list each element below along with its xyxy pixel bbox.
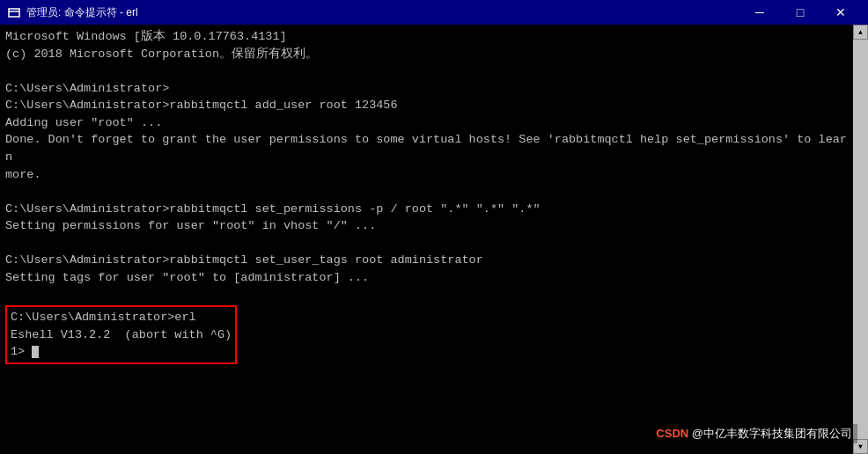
window-controls: ─ □ ✕ [739,0,861,25]
terminal-line: C:\Users\Administrator> [5,80,848,98]
cursor [32,346,39,358]
highlighted-line: Eshell V13.2.2 (abort with ^G) [11,326,232,344]
terminal-line: Setting tags for user "root" to [adminis… [5,269,848,287]
title-bar-left: 管理员: 命令提示符 - erl [7,5,138,20]
terminal-line: Setting permissions for user "root" in v… [5,217,848,235]
window-icon [7,5,21,19]
scroll-up-button[interactable]: ▲ [853,25,868,40]
highlighted-line: 1> [11,343,232,361]
maximize-button[interactable]: □ [780,0,820,25]
terminal-line: C:\Users\Administrator>rabbitmqctl add_u… [5,97,848,114]
terminal-line [5,235,848,253]
csdn-label: CSDN [656,427,688,440]
svg-rect-0 [9,9,19,17]
highlighted-line: C:\Users\Administrator>erl [11,309,232,326]
title-bar: 管理员: 命令提示符 - erl ─ □ ✕ [0,0,868,25]
terminal-line [5,62,848,80]
title-text: 管理员: 命令提示符 - erl [26,5,138,20]
scroll-track[interactable] [853,40,868,439]
terminal-line: more. [5,166,848,184]
terminal-line: Microsoft Windows [版本 10.0.17763.4131] [5,28,848,46]
terminal-line [5,286,848,304]
terminal-line: Done. Don't forget to grant the user per… [5,131,848,165]
terminal-line: Adding user "root" ... [5,114,848,132]
watermark-text: @中亿丰数字科技集团有限公司 [688,427,852,440]
terminal-line: (c) 2018 Microsoft Corporation。保留所有权利。 [5,46,848,63]
highlight-box: C:\Users\Administrator>erl Eshell V13.2.… [5,305,237,364]
scrollbar[interactable]: ▲ ▼ [853,25,868,454]
close-button[interactable]: ✕ [820,0,861,25]
watermark: CSDN @中亿丰数字科技集团有限公司 [651,424,857,443]
terminal-line [5,183,848,201]
minimize-button[interactable]: ─ [739,0,780,25]
terminal-line: C:\Users\Administrator>rabbitmqctl set_u… [5,252,848,269]
terminal[interactable]: Microsoft Windows [版本 10.0.17763.4131] (… [0,25,853,454]
window-body: Microsoft Windows [版本 10.0.17763.4131] (… [0,25,868,454]
terminal-line: C:\Users\Administrator>rabbitmqctl set_p… [5,201,848,218]
